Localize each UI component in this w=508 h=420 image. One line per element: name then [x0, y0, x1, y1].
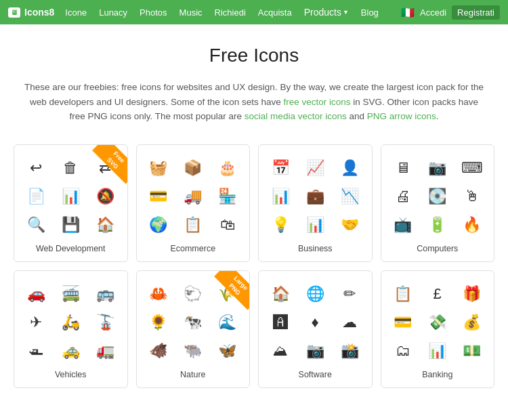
- icon-item: 📷: [427, 157, 448, 179]
- icons-preview-banking: 📋£🎁💳💸💰🗂📊💵: [388, 282, 488, 363]
- icon-item: 📄: [25, 186, 47, 207]
- icon-item: 🔋: [427, 214, 448, 236]
- icons-preview-nature: 🦀🐑🌾🌻🐄🌊🐗🐃🦋: [144, 282, 243, 363]
- icon-item: 💸: [427, 312, 448, 333]
- icon-item: 🌊: [217, 312, 238, 333]
- icon-item: 🤝: [339, 214, 360, 236]
- main-nav: 🖥 Icons8 IconeLunacyPhotosMusicRichiediA…: [0, 0, 508, 24]
- icons-preview-business: 📅📈👤📊💼📉💡📊🤝: [266, 156, 365, 237]
- main-content: Free Icons These are our freebies: free …: [0, 24, 508, 402]
- icon-item: 🗂: [392, 340, 414, 362]
- icon-item: 🐗: [148, 340, 169, 362]
- nav-link-lunacy[interactable]: Lunacy: [99, 7, 127, 18]
- logo-icon: 🖥: [8, 7, 20, 18]
- icon-item: 🚎: [60, 283, 81, 305]
- icon-item: 💽: [427, 186, 448, 207]
- icon-item: 🖱: [461, 186, 483, 207]
- category-card-nature[interactable]: Large PNG🦀🐑🌾🌻🐄🌊🐗🐃🦋Nature: [136, 270, 251, 388]
- card-label-business: Business: [266, 244, 365, 253]
- registrati-link[interactable]: Registrati: [452, 5, 500, 20]
- icon-item: 📺: [392, 214, 414, 236]
- icon-item: 🏠: [270, 283, 291, 305]
- icon-item: 👤: [339, 157, 360, 179]
- icon-item: 📋: [392, 283, 414, 305]
- png-arrow-icons-link[interactable]: PNG arrow icons: [367, 111, 436, 121]
- card-label-computers: Computers: [388, 244, 488, 253]
- icon-item: 🚌: [94, 283, 116, 305]
- nav-link-richiedi[interactable]: Richiedi: [215, 7, 246, 18]
- logo-text: Icons8: [24, 7, 54, 18]
- nav-link-blog[interactable]: Blog: [361, 7, 379, 18]
- nav-links: IconeLunacyPhotosMusicRichiediAcquistaPr…: [65, 7, 401, 18]
- icon-item: 💳: [392, 312, 414, 333]
- site-logo[interactable]: 🖥 Icons8: [8, 7, 54, 18]
- card-label-web-development: Web Development: [21, 244, 121, 253]
- icons-preview-computers: 🖥📷⌨🖨💽🖱📺🔋🔥: [388, 156, 488, 237]
- icon-item: ♦: [304, 312, 326, 333]
- icon-item: 🔍: [25, 214, 47, 236]
- category-card-business[interactable]: 📅📈👤📊💼📉💡📊🤝Business: [258, 144, 373, 262]
- icon-item: 📋: [182, 214, 204, 236]
- icon-item: 🖥: [392, 157, 414, 179]
- icon-item: 🌐: [304, 283, 326, 305]
- icon-item: 📊: [270, 186, 291, 207]
- category-card-vehicles[interactable]: 🚗🚎🚌✈🛵🚡🛥🚕🚛Vehicles: [14, 270, 128, 388]
- nav-link-music[interactable]: Music: [179, 7, 203, 18]
- icon-item: 🌻: [148, 312, 169, 333]
- icon-item: 🚗: [25, 283, 47, 305]
- icon-item: 💵: [461, 340, 483, 362]
- nav-link-acquista[interactable]: Acquista: [258, 7, 292, 18]
- nav-link-photos[interactable]: Photos: [140, 7, 167, 18]
- category-card-ecommerce[interactable]: 🧺📦🎂💳🚚🏪🌍📋🛍Ecommerce: [136, 144, 251, 262]
- icon-item: 🚚: [182, 186, 204, 207]
- icon-item: 🧺: [148, 157, 169, 179]
- free-vector-icons-link[interactable]: free vector icons: [284, 97, 351, 107]
- icon-item: 📊: [60, 186, 81, 207]
- nav-right: 🇮🇹 Accedi Registrati: [401, 5, 500, 20]
- icon-item: 🎁: [461, 283, 483, 305]
- icons-preview-ecommerce: 🧺📦🎂💳🚚🏪🌍📋🛍: [144, 156, 243, 237]
- icon-item: 🎂: [217, 157, 238, 179]
- icon-item: 🚕: [60, 340, 81, 362]
- icons-preview-web-development: ↩🗑⇄📄📊🔕🔍💾🏠: [21, 156, 121, 237]
- icon-item: 💳: [148, 186, 169, 207]
- card-label-software: Software: [266, 370, 365, 379]
- category-card-software[interactable]: 🏠🌐✏🅰♦☁⛰📷📸Software: [258, 270, 373, 388]
- category-grid: Free SVG↩🗑⇄📄📊🔕🔍💾🏠Web Development🧺📦🎂💳🚚🏪🌍📋…: [14, 144, 494, 388]
- icon-item: ⌨: [461, 157, 483, 179]
- flag-icon: 🇮🇹: [401, 6, 415, 19]
- accedi-link[interactable]: Accedi: [420, 7, 446, 18]
- icon-item: 🖨: [392, 186, 414, 207]
- icon-item: 📈: [304, 157, 326, 179]
- nav-link-icone[interactable]: Icone: [65, 7, 87, 18]
- card-label-banking: Banking: [388, 370, 488, 379]
- nav-link-products[interactable]: Products ▼: [304, 7, 349, 18]
- icon-item: 🅰: [270, 312, 291, 333]
- icon-item: 🔥: [461, 214, 483, 236]
- icon-item: 🛵: [60, 312, 81, 333]
- category-card-banking[interactable]: 📋£🎁💳💸💰🗂📊💵Banking: [381, 270, 495, 388]
- icon-item: 📅: [270, 157, 291, 179]
- social-media-icons-link[interactable]: social media vector icons: [245, 111, 347, 121]
- icon-item: 🚡: [94, 312, 116, 333]
- icon-item: 🐑: [182, 283, 204, 305]
- card-label-vehicles: Vehicles: [21, 370, 121, 379]
- icon-item: 🦀: [148, 283, 169, 305]
- icon-item: 🏪: [217, 186, 238, 207]
- icon-item: 🛥: [25, 340, 47, 362]
- category-card-web-development[interactable]: Free SVG↩🗑⇄📄📊🔕🔍💾🏠Web Development: [14, 144, 128, 262]
- page-description: These are our freebies: free icons for w…: [24, 80, 484, 124]
- icon-item: ✏: [339, 283, 360, 305]
- category-card-computers[interactable]: 🖥📷⌨🖨💽🖱📺🔋🔥Computers: [381, 144, 495, 262]
- icon-item: ☁: [339, 312, 360, 333]
- icon-item: 🐄: [182, 312, 204, 333]
- icon-item: 💡: [270, 214, 291, 236]
- icon-item: 💰: [461, 312, 483, 333]
- icon-item: 📊: [304, 214, 326, 236]
- icons-preview-software: 🏠🌐✏🅰♦☁⛰📷📸: [266, 282, 365, 363]
- icon-item: 💾: [60, 214, 81, 236]
- icon-item: 💼: [304, 186, 326, 207]
- icons-preview-vehicles: 🚗🚎🚌✈🛵🚡🛥🚕🚛: [21, 282, 121, 363]
- icon-item: ⛰: [270, 340, 291, 362]
- icon-item: 📷: [304, 340, 326, 362]
